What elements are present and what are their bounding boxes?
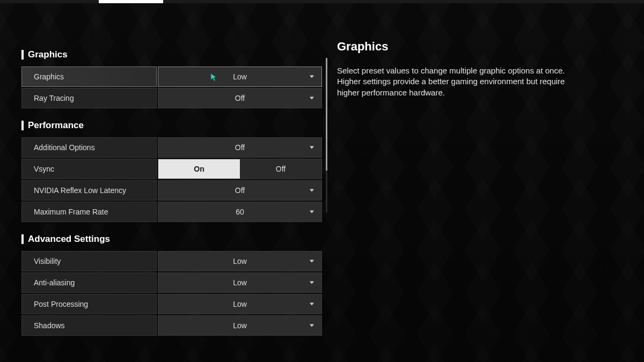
value-nvidia-reflex: Off: [235, 186, 245, 195]
toggle-vsync[interactable]: On Off: [158, 159, 322, 179]
dropdown-graphics-preset[interactable]: Low: [158, 67, 322, 87]
value-max-frame-rate: 60: [236, 208, 244, 216]
value-visibility: Low: [233, 257, 247, 265]
chevron-down-icon: [310, 211, 314, 213]
dropdown-additional-options[interactable]: Off: [158, 137, 322, 158]
dropdown-anti-aliasing[interactable]: Low: [158, 272, 322, 293]
dropdown-shadows[interactable]: Low: [158, 315, 322, 336]
label-max-frame-rate: Maximum Frame Rate: [21, 202, 157, 222]
label-additional-options: Additional Options: [21, 137, 157, 158]
description-title: Graphics: [337, 40, 616, 54]
description-panel: Graphics Select preset values to change …: [337, 40, 616, 98]
row-max-frame-rate[interactable]: Maximum Frame Rate 60: [21, 202, 322, 222]
section-header-advanced: Advanced Settings: [21, 234, 322, 245]
settings-left-panel: Graphics Graphics Low Ray Tracing Off Pe…: [21, 38, 322, 362]
label-vsync: Vsync: [21, 159, 157, 179]
scrollbar-thumb[interactable]: [326, 58, 327, 171]
value-graphics-preset: Low: [233, 72, 247, 81]
chevron-down-icon: [310, 76, 314, 78]
section-title-advanced: Advanced Settings: [28, 234, 110, 245]
row-shadows[interactable]: Shadows Low: [21, 315, 322, 336]
row-additional-options[interactable]: Additional Options Off: [21, 137, 322, 158]
section-accent-bar: [21, 234, 24, 244]
value-shadows: Low: [233, 321, 247, 330]
dropdown-max-frame-rate[interactable]: 60: [158, 202, 322, 222]
dropdown-nvidia-reflex[interactable]: Off: [158, 180, 322, 201]
toggle-vsync-on[interactable]: On: [158, 159, 240, 179]
scrollbar-track[interactable]: [326, 58, 327, 212]
section-accent-bar: [21, 121, 24, 130]
row-visibility[interactable]: Visibility Low: [21, 251, 322, 271]
dropdown-post-processing[interactable]: Low: [158, 294, 322, 314]
row-ray-tracing[interactable]: Ray Tracing Off: [21, 88, 322, 108]
toggle-vsync-off[interactable]: Off: [240, 159, 321, 179]
label-nvidia-reflex: NVIDIA Reflex Low Latency: [21, 180, 157, 201]
section-title-graphics: Graphics: [28, 49, 68, 60]
label-ray-tracing: Ray Tracing: [21, 88, 157, 108]
row-graphics-preset[interactable]: Graphics Low: [21, 67, 322, 87]
active-top-tab-indicator[interactable]: [99, 0, 163, 3]
value-anti-aliasing: Low: [233, 278, 247, 287]
dropdown-ray-tracing[interactable]: Off: [158, 88, 322, 108]
chevron-down-icon: [310, 282, 314, 284]
row-vsync[interactable]: Vsync On Off: [21, 159, 322, 179]
value-ray-tracing: Off: [235, 94, 245, 102]
label-shadows: Shadows: [21, 315, 157, 336]
label-post-processing: Post Processing: [21, 294, 157, 314]
label-visibility: Visibility: [21, 251, 157, 271]
section-header-graphics: Graphics: [21, 49, 322, 60]
chevron-down-icon: [310, 324, 314, 327]
chevron-down-icon: [310, 303, 314, 306]
label-anti-aliasing: Anti-aliasing: [21, 272, 157, 293]
row-post-processing[interactable]: Post Processing Low: [21, 294, 322, 314]
chevron-down-icon: [310, 260, 314, 263]
description-text: Select preset values to change multiple …: [337, 65, 584, 98]
row-anti-aliasing[interactable]: Anti-aliasing Low: [21, 272, 322, 293]
chevron-down-icon: [310, 146, 314, 149]
chevron-down-icon: [310, 189, 314, 192]
label-graphics-preset: Graphics: [21, 67, 157, 87]
value-additional-options: Off: [235, 143, 245, 152]
top-bar: [0, 0, 644, 3]
value-post-processing: Low: [233, 300, 247, 308]
chevron-down-icon: [310, 97, 314, 100]
row-nvidia-reflex[interactable]: NVIDIA Reflex Low Latency Off: [21, 180, 322, 201]
dropdown-visibility[interactable]: Low: [158, 251, 322, 271]
section-accent-bar: [21, 50, 24, 60]
section-title-performance: Performance: [28, 120, 84, 131]
section-header-performance: Performance: [21, 120, 322, 131]
